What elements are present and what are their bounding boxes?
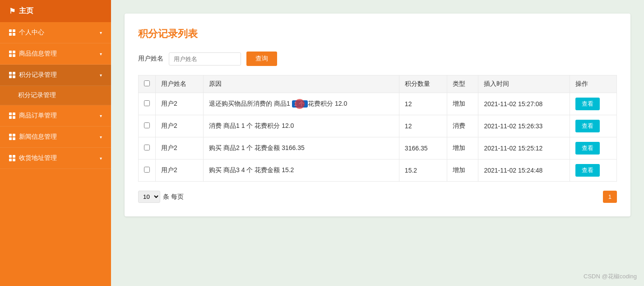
highlight-badge: 1 个	[292, 100, 308, 108]
row-checkbox-cell	[139, 159, 156, 182]
sidebar-item-personal-center[interactable]: 个人中心 ▾	[0, 22, 111, 43]
sidebar-header[interactable]: ⚑ 主页	[0, 0, 111, 22]
view-button[interactable]: 查看	[575, 142, 600, 155]
row-type: 增加	[447, 137, 478, 159]
table-header-username: 用户姓名	[156, 75, 204, 93]
row-time: 2021-11-02 15:25:12	[478, 137, 570, 159]
row-reason: 购买 商品2 1 个 花费金额 3166.35	[204, 137, 399, 159]
pagination: 1	[603, 191, 617, 203]
row-reason: 退还购买物品所消费的 商品1 1 个 花费积分 12.0	[204, 93, 399, 115]
row-type: 消费	[447, 115, 478, 137]
page-button-1[interactable]: 1	[603, 191, 617, 203]
table-row: 用户2 购买 商品3 4 个 花费金额 15.2 15.2 增加 2021-11…	[139, 159, 617, 182]
sidebar-item-label: 积分记录管理	[19, 71, 57, 79]
sidebar-item-address-mgmt[interactable]: 收货地址管理 ▾	[0, 148, 111, 169]
row-checkbox-cell	[139, 93, 156, 115]
row-type: 增加	[447, 93, 478, 115]
row-checkbox[interactable]	[144, 145, 150, 150]
row-reason: 消费 商品1 1 个 花费积分 12.0	[204, 115, 399, 137]
row-username: 用户2	[156, 115, 204, 137]
sidebar-item-label: 商品信息管理	[19, 50, 57, 58]
page-title: 积分记录列表	[138, 27, 617, 41]
row-action: 查看	[570, 159, 617, 182]
table-header-time: 插入时间	[478, 75, 570, 93]
table-header-checkbox	[139, 75, 156, 93]
row-time: 2021-11-02 15:26:33	[478, 115, 570, 137]
row-reason: 购买 商品3 4 个 花费金额 15.2	[204, 159, 399, 182]
search-button[interactable]: 查询	[246, 52, 277, 66]
per-page-select[interactable]: 10 20 50	[138, 191, 160, 203]
search-bar: 用户姓名 查询	[138, 52, 617, 66]
grid-icon	[9, 134, 15, 140]
row-action: 查看	[570, 115, 617, 137]
view-button[interactable]: 查看	[575, 120, 600, 132]
chevron-icon: ▾	[100, 30, 102, 35]
row-checkbox[interactable]	[144, 167, 150, 173]
chevron-icon: ▾	[100, 135, 102, 140]
chevron-icon: ▾	[100, 113, 102, 118]
records-table: 用户姓名 原因 积分数量 类型 插入时间 操作 用户2 退还购买物品所消费的 商…	[138, 75, 617, 182]
view-button[interactable]: 查看	[575, 98, 600, 110]
grid-icon	[9, 72, 15, 78]
sidebar-item-news-mgmt[interactable]: 新闻信息管理 ▾	[0, 127, 111, 148]
grid-icon	[9, 155, 15, 161]
row-checkbox[interactable]	[144, 122, 150, 128]
row-points: 12	[399, 115, 447, 137]
row-points: 3166.35	[399, 137, 447, 159]
watermark: CSDN @花椒coding	[584, 272, 637, 281]
select-all-checkbox[interactable]	[144, 80, 150, 86]
chevron-icon: ▾	[100, 73, 102, 78]
cursor-circle	[295, 99, 305, 109]
content-card: 积分记录列表 用户姓名 查询 用户姓名 原因 积分数量 类型 插入时间 操作	[125, 14, 630, 216]
row-username: 用户2	[156, 93, 204, 115]
grid-icon	[9, 51, 15, 57]
table-row: 用户2 购买 商品2 1 个 花费金额 3166.35 3166.35 增加 2…	[139, 137, 617, 159]
sidebar-item-points-record[interactable]: 积分记录管理 ▾	[0, 65, 111, 86]
sidebar-home-label: 主页	[19, 6, 33, 16]
grid-icon	[9, 113, 15, 119]
sidebar-item-label: 新闻信息管理	[19, 133, 57, 141]
row-action: 查看	[570, 137, 617, 159]
chevron-icon: ▾	[100, 156, 102, 161]
sidebar-item-product-info[interactable]: 商品信息管理 ▾	[0, 43, 111, 65]
table-row: 用户2 退还购买物品所消费的 商品1 1 个 花费积分 12.0 12 增加 2…	[139, 93, 617, 115]
per-page-label: 条 每页	[163, 193, 184, 201]
row-username: 用户2	[156, 137, 204, 159]
table-header-type: 类型	[447, 75, 478, 93]
table-header-points: 积分数量	[399, 75, 447, 93]
table-header-reason: 原因	[204, 75, 399, 93]
grid-icon	[9, 29, 15, 36]
sidebar-item-order-mgmt[interactable]: 商品订单管理 ▾	[0, 105, 111, 127]
sidebar-sub-item-points-record[interactable]: 积分记录管理	[0, 86, 111, 105]
row-time: 2021-11-02 15:27:08	[478, 93, 570, 115]
search-label: 用户姓名	[138, 55, 163, 63]
row-points: 12	[399, 93, 447, 115]
row-username: 用户2	[156, 159, 204, 182]
sidebar-sub-item-label: 积分记录管理	[18, 91, 56, 98]
home-flag-icon: ⚑	[9, 7, 15, 15]
row-checkbox-cell	[139, 115, 156, 137]
table-header-action: 操作	[570, 75, 617, 93]
row-action: 查看	[570, 93, 617, 115]
view-button[interactable]: 查看	[575, 164, 600, 177]
table-footer: 10 20 50 条 每页 1	[138, 191, 617, 203]
search-input[interactable]	[169, 52, 241, 66]
main-content: 积分记录列表 用户姓名 查询 用户姓名 原因 积分数量 类型 插入时间 操作	[111, 0, 644, 286]
table-row: 用户2 消费 商品1 1 个 花费积分 12.0 12 消费 2021-11-0…	[139, 115, 617, 137]
chevron-icon: ▾	[100, 52, 102, 56]
row-type: 增加	[447, 159, 478, 182]
per-page-selector: 10 20 50 条 每页	[138, 191, 184, 203]
sidebar: ⚑ 主页 个人中心 ▾ 商品信息管理 ▾ 积分记录管理 ▾ 积分记录管理 商品订…	[0, 0, 111, 286]
row-points: 15.2	[399, 159, 447, 182]
sidebar-item-label: 个人中心	[19, 28, 44, 37]
row-time: 2021-11-02 15:24:48	[478, 159, 570, 182]
sidebar-item-label: 收货地址管理	[19, 154, 57, 162]
sidebar-item-label: 商品订单管理	[19, 112, 57, 120]
row-checkbox[interactable]	[144, 100, 150, 106]
row-checkbox-cell	[139, 137, 156, 159]
